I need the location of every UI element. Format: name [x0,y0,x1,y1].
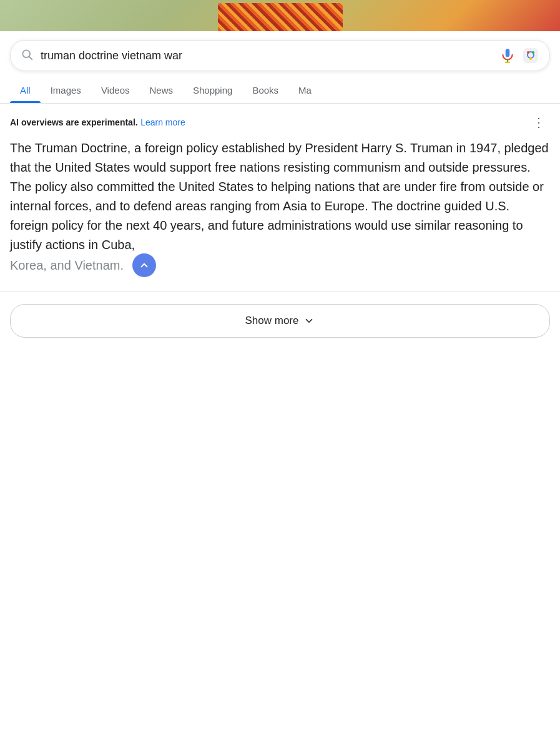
chevron-down-icon [303,315,315,326]
top-banner [0,0,560,31]
show-more-label: Show more [245,315,299,327]
tab-all[interactable]: All [10,77,41,103]
microphone-icon[interactable] [499,47,516,64]
svg-rect-2 [506,49,510,57]
show-more-button[interactable]: Show more [10,304,550,338]
search-input[interactable] [41,49,492,62]
tab-images[interactable]: Images [41,77,91,103]
search-bar [10,40,550,71]
ai-overview-main-text: The Truman Doctrine, a foreign policy es… [10,141,549,252]
svg-point-7 [527,51,529,54]
svg-rect-5 [523,48,538,63]
ai-overview-bold: AI overviews are experimental. [10,117,138,127]
tab-books[interactable]: Books [242,77,288,103]
ai-overview-header: AI overviews are experimental. Learn mor… [10,114,550,131]
ai-overview-section: AI overviews are experimental. Learn mor… [0,104,560,291]
tab-videos[interactable]: Videos [91,77,140,103]
show-more-container: Show more [0,291,560,350]
lens-icon[interactable] [522,47,539,64]
ai-overview-label: AI overviews are experimental. Learn mor… [10,117,185,128]
svg-line-1 [29,57,32,60]
ai-overview-text: The Truman Doctrine, a foreign policy es… [10,139,550,278]
more-options-button[interactable]: ⋮ [528,114,550,131]
tab-news[interactable]: News [139,77,183,103]
tab-shopping[interactable]: Shopping [183,77,242,103]
search-icon [21,48,33,63]
search-bar-container [0,31,560,77]
collapse-button[interactable] [132,253,156,277]
tab-more[interactable]: Ma [288,77,322,103]
svg-point-9 [529,57,532,60]
learn-more-link[interactable]: Learn more [140,117,185,127]
svg-point-8 [532,51,534,54]
ai-overview-faded-text: Korea, and Vietnam. [10,258,124,272]
search-right-icons [499,47,539,64]
tabs-nav: All Images Videos News Shopping Books Ma [0,77,560,104]
